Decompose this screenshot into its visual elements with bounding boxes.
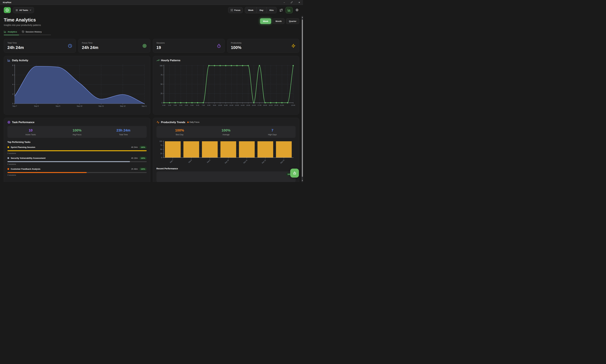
svg-text:4:00: 4:00 (185, 104, 188, 106)
svg-text:100: 100 (160, 65, 162, 67)
svg-text:1:00: 1:00 (168, 104, 171, 106)
svg-text:6: 6 (12, 74, 13, 76)
svg-text:2:00: 2:00 (173, 104, 177, 106)
svg-text:8:00: 8:00 (207, 104, 211, 106)
svg-text:Sep 9: Sep 9 (206, 159, 211, 163)
page-header: Time Analytics Insights into your produc… (4, 16, 299, 26)
svg-text:Sep 12: Sep 12 (261, 159, 266, 164)
productivity-trends-card: Productivity Trends Daily Focus 100% Bes… (153, 118, 299, 182)
bar-chart-icon (4, 30, 6, 33)
task-row: Sprint Planning Session 4h 54m 100% 3 se… (7, 146, 147, 154)
task-progress-track (7, 150, 147, 151)
all-tasks-dropdown[interactable]: All Tasks (13, 7, 34, 13)
settings-button[interactable]: ⚙ (295, 8, 299, 13)
tab-session-history[interactable]: Session History (22, 30, 42, 35)
stat-value: 24h 24m (7, 45, 24, 50)
assistant-fab[interactable] (290, 169, 299, 178)
card-title: Daily Activity (12, 59, 28, 62)
vertical-scrollbar[interactable] (302, 16, 303, 182)
all-tasks-label: All Tasks (19, 9, 28, 11)
task-focus-badge: 100% (139, 168, 146, 171)
task-sessions: 3 sessions (7, 152, 147, 154)
stat-cards: Total Time 24h 24m Focus Time 24h 24m Se… (4, 39, 299, 53)
stat-card-productivity: Productivity 100% (227, 39, 299, 53)
tab-analytics[interactable]: Analytics (4, 30, 17, 35)
svg-text:100: 100 (159, 140, 162, 142)
app-logo-button[interactable] (4, 7, 11, 13)
svg-text:25: 25 (161, 92, 162, 94)
close-button[interactable]: ✕ (298, 1, 300, 3)
avg-focus-value: 100% (54, 128, 100, 132)
svg-text:Sep 13: Sep 13 (280, 159, 285, 164)
stat-card-total-time: Total Time 24h 24m (4, 39, 76, 53)
analytics-nav-button[interactable] (286, 7, 293, 13)
svg-text:14:00: 14:00 (241, 104, 245, 106)
svg-text:17:00: 17:00 (257, 104, 261, 106)
recent-performance-panel: 100% (157, 171, 296, 182)
stat-value: 100% (231, 45, 241, 50)
trends-summary-panel: 100% Best Day 100% Average 7 High Days (157, 126, 296, 138)
scrollbar-thumb[interactable] (302, 20, 303, 177)
total-time-value: 23h 24m (100, 128, 147, 132)
task-duration: 4h 54m (131, 146, 138, 148)
hourly-patterns-card: Hourly Patterns 02550751000:001:002:003:… (153, 56, 299, 115)
daily-activity-card: Daily Activity 02468Sep 7Sep 8Sep 9Sep 1… (4, 56, 150, 115)
svg-text:Sep 8: Sep 8 (34, 105, 39, 107)
bottom-row: Task Performance 10 Active Tasks 100% Av… (4, 118, 299, 182)
zap-icon (291, 44, 296, 48)
svg-text:0: 0 (12, 103, 13, 104)
scroll-down-arrow[interactable] (302, 180, 303, 181)
toolbar: All Tasks Focus Week Day Kira (0, 5, 303, 15)
hourly-patterns-chart: 02550751000:001:002:003:004:005:006:007:… (157, 63, 296, 110)
svg-text:5:00: 5:00 (190, 104, 194, 106)
focus-button[interactable]: Focus (228, 7, 243, 13)
productivity-trends-chart: 0255075100Sep 7Sep 8Sep 9Sep 10Sep 11Sep… (157, 140, 296, 164)
stat-card-sessions: Sessions 19 (153, 39, 225, 53)
range-option-month[interactable]: Month (273, 18, 285, 24)
check-circle-icon (6, 8, 9, 12)
svg-text:75: 75 (161, 74, 162, 76)
titlebar: KiraPilot – ✕ (0, 0, 303, 5)
stat-label: Sessions (157, 42, 165, 44)
sync-button[interactable] (279, 8, 283, 13)
svg-text:Sep 11: Sep 11 (99, 105, 104, 107)
robot-icon (293, 171, 297, 175)
target-icon (142, 44, 147, 48)
range-option-quarter[interactable]: Quarter (286, 18, 299, 24)
svg-text:Sep 8: Sep 8 (188, 159, 192, 163)
average-label: Average (203, 133, 249, 136)
minimize-button[interactable]: – (284, 1, 285, 3)
window-controls: – ✕ (284, 1, 300, 3)
view-option-day[interactable]: Day (256, 7, 266, 13)
svg-text:7:00: 7:00 (202, 104, 205, 106)
svg-text:10:00: 10:00 (218, 104, 222, 106)
range-option-week[interactable]: Week (260, 18, 271, 24)
view-option-week[interactable]: Week (245, 7, 256, 13)
card-title: Productivity Trends (161, 121, 185, 124)
chevron-down-icon (29, 9, 32, 11)
svg-text:15:00: 15:00 (246, 104, 250, 106)
svg-text:2: 2 (12, 93, 13, 95)
bar-chart-icon (7, 59, 10, 62)
svg-text:8: 8 (12, 65, 13, 66)
task-color-dot (7, 157, 9, 159)
range-switcher: Week Month Quarter (260, 18, 299, 24)
task-focus-badge: 100% (139, 156, 146, 160)
clock-icon (68, 44, 72, 48)
task-name: Customer Feedback Analysis (11, 168, 40, 170)
task-row: Customer Feedback Analysis 2h 48m 100% 3… (7, 168, 147, 176)
svg-text:Sep 13: Sep 13 (142, 105, 146, 107)
target-icon (7, 121, 10, 124)
main-content: Time Analytics Insights into your produc… (0, 15, 303, 182)
svg-text:Sep 9: Sep 9 (56, 105, 60, 107)
svg-text:Sep 7: Sep 7 (170, 159, 174, 163)
svg-text:50: 50 (160, 149, 162, 150)
high-days-label: High Days (249, 133, 296, 136)
scroll-up-arrow[interactable] (302, 17, 303, 18)
svg-text:0: 0 (161, 102, 162, 104)
charts-row: Daily Activity 02468Sep 7Sep 8Sep 9Sep 1… (4, 56, 299, 115)
restore-button[interactable] (290, 1, 293, 3)
task-name: Security Vulnerability Assessment (11, 157, 45, 159)
daily-activity-chart: 02468Sep 7Sep 8Sep 9Sep 10Sep 11Sep 12Se… (7, 63, 147, 112)
view-option-kira[interactable]: Kira (266, 7, 277, 13)
